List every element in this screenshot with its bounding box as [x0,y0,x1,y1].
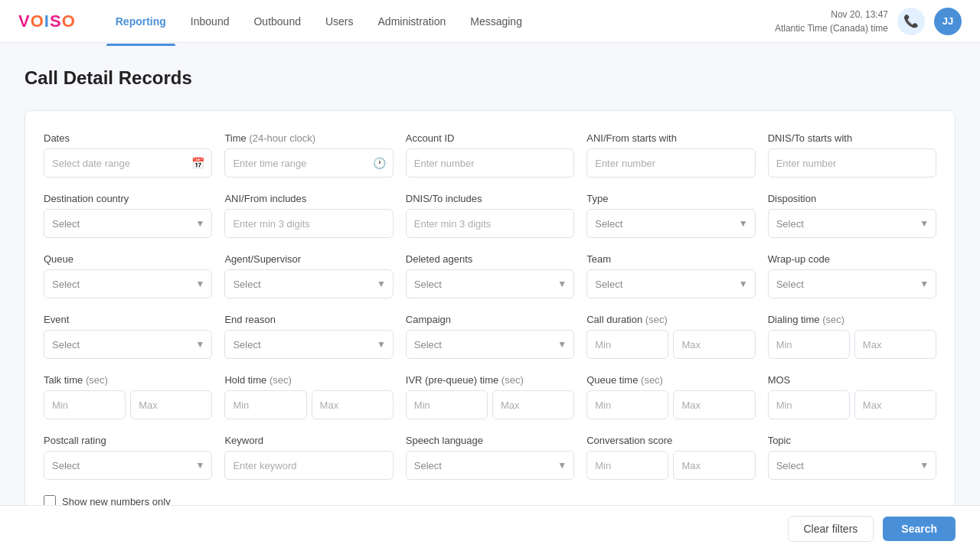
filter-group-ani-starts: ANI/From starts with [586,132,755,178]
page-title: Call Detail Records [24,67,956,89]
dnis-includes-input[interactable] [406,209,574,238]
deleted-agents-select[interactable]: Select [406,269,574,298]
event-select[interactable]: Select [44,330,212,359]
dialing-time-min[interactable] [768,330,850,359]
nav-users[interactable]: Users [316,9,363,34]
hold-time-max[interactable] [312,390,394,419]
filter-group-dnis-includes: DNIS/To includes [406,193,574,238]
filter-group-hold-time: Hold time (sec) [224,374,393,419]
search-button[interactable]: Search [883,517,956,541]
queue-time-label: Queue time (sec) [586,374,755,386]
time-label: Time (24-hour clock) [224,132,393,144]
nav-reporting[interactable]: Reporting [106,9,175,34]
nav-administration[interactable]: Administration [369,9,456,34]
dates-input[interactable] [44,148,212,178]
mos-min[interactable] [768,390,850,419]
talk-time-max[interactable] [130,390,212,419]
phone-button[interactable]: 📞 [897,8,925,35]
ani-starts-input[interactable] [586,148,755,178]
datetime-line1: Nov 20, 13:47 [775,8,888,21]
wrap-up-label: Wrap-up code [768,253,936,265]
filter-group-event: Event Select ▼ [44,314,212,359]
type-select-wrapper: Select ▼ [586,209,755,238]
clear-filters-button[interactable]: Clear filters [788,516,874,542]
filter-row-3: Queue Select ▼ Agent/Supervisor Select ▼ [44,253,936,298]
dialing-time-max[interactable] [854,330,936,359]
keyword-input[interactable] [224,451,393,480]
dnis-starts-label: DNIS/To starts with [768,132,936,144]
agent-label: Agent/Supervisor [224,253,393,265]
filter-group-account-id: Account ID [406,132,574,178]
type-label: Type [586,193,755,204]
keyword-label: Keyword [224,435,393,446]
filter-row-1: Dates 📅 Time (24-hour clock) 🕐 Account I… [44,132,936,178]
datetime: Nov 20, 13:47 Atlantic Time (Canada) tim… [775,8,888,35]
hold-time-min[interactable] [224,390,306,419]
talk-time-min[interactable] [44,390,126,419]
ani-includes-input[interactable] [224,209,393,238]
conversation-score-max[interactable] [673,451,755,480]
filter-group-speech-language: Speech language Select ▼ [406,435,574,480]
topic-label: Topic [768,435,936,446]
campaign-select[interactable]: Select [406,330,574,359]
postcall-select-wrapper: Select ▼ [44,451,212,480]
deleted-agents-label: Deleted agents [406,253,574,265]
end-reason-select[interactable]: Select [224,330,393,359]
dnis-starts-input[interactable] [768,148,936,178]
filter-group-queue: Queue Select ▼ [44,253,212,298]
postcall-rating-label: Postcall rating [44,435,212,446]
campaign-select-wrapper: Select ▼ [406,330,574,359]
filter-row-4: Event Select ▼ End reason Select ▼ [44,314,936,359]
filter-group-topic: Topic Select ▼ [768,435,936,480]
mos-min-max [768,390,936,419]
account-id-input[interactable] [406,148,574,178]
disposition-select[interactable]: Select [768,209,936,238]
time-input[interactable] [224,148,393,178]
topic-select[interactable]: Select [768,451,936,480]
ivr-time-min[interactable] [406,390,488,419]
filter-group-wrap-up: Wrap-up code Select ▼ [768,253,936,298]
call-duration-max[interactable] [673,330,755,359]
nav-outbound[interactable]: Outbound [244,9,310,34]
dest-country-label: Destination country [44,193,212,204]
postcall-select[interactable]: Select [44,451,212,480]
nav-messaging[interactable]: Messaging [461,9,531,34]
event-label: Event [44,314,212,325]
agent-select[interactable]: Select [224,269,393,298]
filter-row-5: Talk time (sec) Hold time (sec) IVR [44,374,936,419]
nav-inbound[interactable]: Inbound [181,9,239,34]
mos-label: MOS [768,374,936,386]
avatar[interactable]: JJ [934,8,962,35]
wrap-up-select-wrapper: Select ▼ [768,269,936,298]
disposition-label: Disposition [768,193,936,204]
filter-row-6: Postcall rating Select ▼ Keyword Speech … [44,435,936,480]
speech-language-select[interactable]: Select [406,451,574,480]
ivr-time-max[interactable] [492,390,574,419]
filter-group-end-reason: End reason Select ▼ [224,314,393,359]
filter-group-queue-time: Queue time (sec) [586,374,755,419]
navbar: VOISO Reporting Inbound Outbound Users A… [0,0,980,43]
team-label: Team [586,253,755,265]
filter-group-time: Time (24-hour clock) 🕐 [224,132,393,178]
dest-country-select[interactable]: Select [44,209,212,238]
mos-max[interactable] [854,390,936,419]
conversation-score-min[interactable] [586,451,668,480]
team-select[interactable]: Select [586,269,755,298]
event-select-wrapper: Select ▼ [44,330,212,359]
dnis-includes-label: DNIS/To includes [406,193,574,204]
queue-time-min[interactable] [586,390,668,419]
filter-group-call-duration: Call duration (sec) [586,314,755,359]
agent-select-wrapper: Select ▼ [224,269,393,298]
queue-time-max[interactable] [673,390,755,419]
logo: VOISO [18,11,76,31]
dates-label: Dates [44,132,212,144]
type-select[interactable]: Select [586,209,755,238]
call-duration-min[interactable] [586,330,668,359]
wrap-up-select[interactable]: Select [768,269,936,298]
filter-group-ani-includes: ANI/From includes [224,193,393,238]
filter-card: Dates 📅 Time (24-hour clock) 🕐 Account I… [24,110,956,527]
queue-select-wrapper: Select ▼ [44,269,212,298]
filter-group-keyword: Keyword [224,435,393,480]
call-duration-label: Call duration (sec) [586,314,755,325]
queue-select[interactable]: Select [44,269,212,298]
